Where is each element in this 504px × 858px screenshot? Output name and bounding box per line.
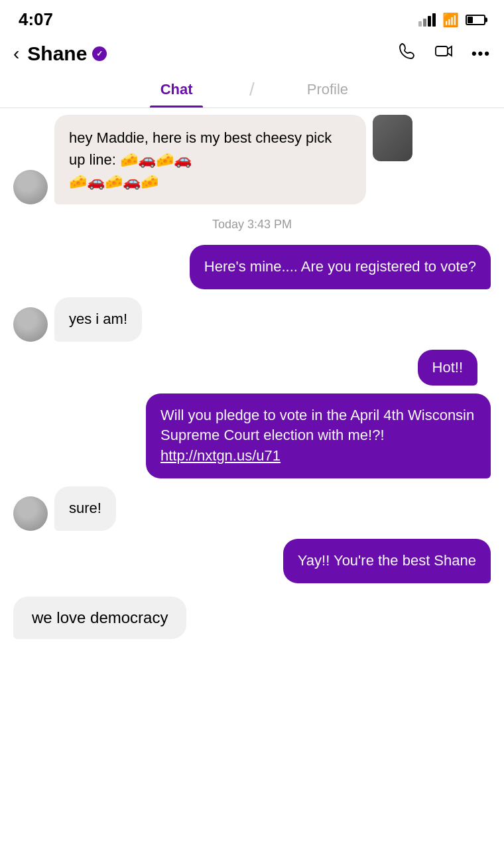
tab-divider: / [243,72,261,107]
chat-area: hey Maddie, here is my best cheesy pick … [0,108,504,646]
message-bubble: Here's mine.... Are you registered to vo… [190,245,491,289]
avatar [13,170,48,204]
contact-name[interactable]: Shane ✓ [27,42,399,65]
message-link[interactable]: http://nxtgn.us/u71 [160,447,281,464]
message-bubble: we love democracy [13,597,186,639]
message-bubble: sure! [54,486,116,531]
message-row: yes i am! [13,297,491,342]
nav-bar: ‹ Shane ✓ ••• [0,35,504,72]
back-button[interactable]: ‹ [13,43,19,64]
message-with-thumb: hey Maddie, here is my best cheesy pick … [54,115,412,204]
status-icons: 📶 [418,12,485,28]
message-row: we love democracy [13,597,491,639]
message-bubble: Will you pledge to vote in the April 4th… [146,393,491,478]
svg-rect-0 [436,46,448,56]
wifi-icon: 📶 [442,12,459,28]
avatar [13,496,48,531]
tabs: Chat / Profile [0,72,504,108]
tab-chat[interactable]: Chat [110,72,243,107]
avatar-image [13,170,48,204]
message-bubble: yes i am! [54,297,142,342]
message-row: Yay!! You're the best Shane [13,539,491,583]
avatar [13,307,48,342]
status-time: 4:07 [19,9,53,30]
message-row: hey Maddie, here is my best cheesy pick … [13,115,491,204]
message-bubble: Yay!! You're the best Shane [283,539,491,583]
message-row: Here's mine.... Are you registered to vo… [13,245,491,289]
signal-icon [418,13,436,27]
avatar-image [13,496,48,531]
message-bubble: Hot!! [418,350,477,386]
more-icon[interactable]: ••• [472,45,491,62]
status-bar: 4:07 📶 [0,0,504,35]
video-icon[interactable] [434,42,453,65]
message-row: sure! [13,486,491,531]
battery-icon [466,15,485,25]
message-row: Will you pledge to vote in the April 4th… [13,393,491,478]
nav-actions: ••• [399,42,491,65]
tab-active-indicator [150,106,203,107]
timestamp: Today 3:43 PM [13,212,491,237]
verified-badge: ✓ [92,46,107,61]
phone-icon[interactable] [399,42,416,64]
message-bubble: hey Maddie, here is my best cheesy pick … [54,115,366,204]
avatar-image [13,307,48,342]
tab-profile[interactable]: Profile [261,72,394,107]
message-thumbnail [373,115,412,161]
message-row: Hot!! [13,350,491,386]
